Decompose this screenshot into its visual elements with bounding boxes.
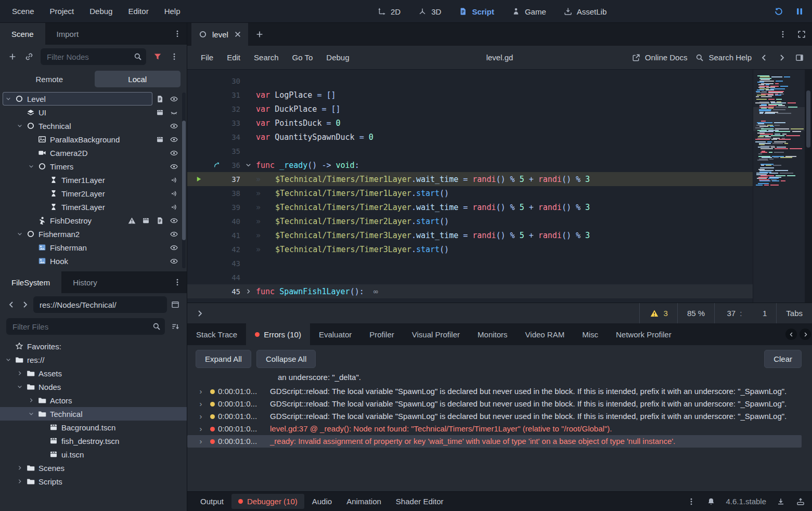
scene-toolbar-menu-icon[interactable]: [169, 51, 179, 62]
scene-node-fisherman2[interactable]: Fisherman2: [0, 227, 187, 241]
error-row-3[interactable]: ›0:00:01:0...GDScript::reload: The local…: [187, 410, 802, 423]
sort-files-icon[interactable]: [170, 321, 181, 332]
eye-icon[interactable]: [169, 162, 178, 171]
expand-row-arrow[interactable]: ›: [196, 398, 206, 410]
tree-collapse-arrow[interactable]: [3, 96, 14, 102]
tree-collapse-arrow[interactable]: [15, 123, 25, 129]
bottom-panel-animation[interactable]: Animation: [340, 494, 388, 509]
debugger-tab-network-profiler[interactable]: Network Profiler: [607, 323, 680, 345]
group-icon[interactable]: [155, 108, 164, 117]
nav-back-icon[interactable]: [6, 299, 17, 310]
tree-collapse-arrow[interactable]: [26, 411, 36, 417]
zoom-indicator[interactable]: 85 %: [677, 303, 714, 323]
fs-item-scripts[interactable]: Scripts: [0, 475, 187, 488]
bottom-panel-shader-editor[interactable]: Shader Editor: [389, 494, 450, 509]
signal-icon[interactable]: [169, 175, 178, 185]
signal-icon[interactable]: [169, 202, 178, 212]
code-line-36[interactable]: 36func _ready() -> void:: [187, 158, 753, 172]
scrollbar-thumb[interactable]: [182, 121, 186, 240]
filesystem-tab-history[interactable]: History: [61, 271, 109, 293]
warning-icon[interactable]: [127, 216, 136, 225]
scene-node-timer2layer[interactable]: Timer2Layer: [0, 187, 187, 200]
bottom-panel-menu-icon[interactable]: [686, 496, 697, 507]
scene-node-hook[interactable]: Hook: [0, 254, 187, 268]
debugger-tab-profiler[interactable]: Profiler: [360, 323, 403, 345]
clear-button[interactable]: Clear: [764, 350, 802, 368]
script-tab-level[interactable]: level: [191, 23, 248, 46]
tree-expand-arrow[interactable]: [15, 370, 25, 376]
scene-node-camera2d[interactable]: Camera2D: [0, 146, 187, 160]
instance-scene-icon[interactable]: [24, 51, 34, 62]
scene-tree-scrollbar[interactable]: [182, 93, 186, 268]
fs-item-res[interactable]: res://: [0, 353, 187, 366]
menu-scene[interactable]: Scene: [5, 5, 41, 18]
scene-tab-import[interactable]: Import: [45, 23, 91, 45]
eye-icon[interactable]: [169, 256, 178, 266]
error-row-4[interactable]: ›0:00:01:0...level.gd:37 @ _ready(): Nod…: [187, 423, 802, 435]
script-menu-debug[interactable]: Debug: [320, 51, 355, 64]
scene-tab-scene[interactable]: Scene: [0, 23, 45, 45]
current-path-input[interactable]: [33, 300, 167, 309]
fs-item-favorites[interactable]: Favorites:: [0, 339, 187, 353]
debugger-tab-visual-profiler[interactable]: Visual Profiler: [403, 323, 469, 345]
eye-icon[interactable]: [169, 148, 178, 158]
fs-item-nodes[interactable]: Nodes: [0, 380, 187, 394]
script-menu-search[interactable]: Search: [248, 51, 285, 64]
debugger-tab-errors-10[interactable]: Errors (10): [246, 323, 310, 345]
fs-item-technical[interactable]: Technical: [0, 407, 187, 421]
expand-row-arrow[interactable]: ›: [196, 386, 206, 397]
bottom-panel-audio[interactable]: Audio: [305, 494, 339, 509]
scrollbar-thumb[interactable]: [806, 90, 810, 148]
history-icon[interactable]: [774, 6, 784, 17]
code-line-32[interactable]: 32var DuckPlace = []: [187, 102, 753, 116]
code-line-34[interactable]: 34var QuantitySpawnDuck = 0: [187, 130, 753, 144]
indent-type[interactable]: Tabs: [776, 303, 812, 323]
expand-all-button[interactable]: Expand All: [196, 350, 251, 368]
code-line-37[interactable]: 37»$Technical/Timers/Timer1Layer.wait_ti…: [187, 172, 753, 186]
mode-assetlib[interactable]: AssetLib: [557, 4, 613, 19]
scene-node-timer3layer[interactable]: Timer3Layer: [0, 200, 187, 214]
add-node-icon[interactable]: [7, 51, 18, 62]
scene-node-timers[interactable]: Timers: [0, 160, 187, 173]
debugger-tab-video-ram[interactable]: Video RAM: [517, 323, 574, 345]
scene-node-parallaxbackground[interactable]: ParallaxBackground: [0, 133, 187, 146]
script-list-menu-icon[interactable]: [778, 29, 788, 40]
online-docs-button[interactable]: Online Docs: [631, 53, 688, 63]
scene-node-level[interactable]: Level: [0, 92, 187, 106]
debugger-tab-misc[interactable]: Misc: [573, 323, 607, 345]
pause-icon[interactable]: [794, 6, 805, 17]
history-forward-icon[interactable]: [777, 53, 787, 63]
dots-vertical-icon[interactable]: [172, 29, 183, 39]
menu-project[interactable]: Project: [43, 5, 81, 18]
code-line-39[interactable]: 39»$Technical/Timers/Timer2Layer.wait_ti…: [187, 200, 753, 214]
fs-item-bacground-tscn[interactable]: Bacground.tscn: [0, 421, 187, 434]
error-row-2[interactable]: ›0:00:01:0...GDScript::reload: The local…: [187, 398, 802, 410]
fs-item-actors[interactable]: Actors: [0, 394, 187, 407]
eye-icon[interactable]: [169, 135, 178, 144]
tree-collapse-arrow[interactable]: [15, 231, 25, 237]
tabs-scroll-left-icon[interactable]: [785, 329, 797, 340]
fold-gutter[interactable]: [240, 160, 256, 171]
filter-files-input[interactable]: [6, 322, 165, 331]
search-help-button[interactable]: Search Help: [694, 53, 752, 63]
dots-vertical-icon[interactable]: [172, 277, 183, 287]
fs-item-assets[interactable]: Assets: [0, 366, 187, 380]
eye-icon[interactable]: [169, 121, 178, 130]
breakpoint-gutter[interactable]: [187, 174, 210, 185]
expand-bottom-panel-icon[interactable]: [795, 496, 806, 507]
error-row-1[interactable]: ›0:00:01:0...GDScript::reload: The local…: [187, 385, 802, 398]
mode-3d[interactable]: 3D: [411, 4, 447, 19]
code-line-43[interactable]: 43: [187, 256, 753, 270]
fs-item-ui-tscn[interactable]: ui.tscn: [0, 448, 187, 461]
code-line-45[interactable]: 45func SpawnFish1Layer(): ∞: [187, 284, 753, 298]
error-row-5[interactable]: ›0:00:01:0..._ready: Invalid assignment …: [187, 435, 802, 448]
warnings-indicator[interactable]: 3: [639, 303, 677, 323]
scene-node-fishdestroy[interactable]: FishDestroy: [0, 214, 187, 227]
expand-row-arrow[interactable]: ›: [196, 436, 206, 447]
code-line-33[interactable]: 33var PointsDuck = 0: [187, 116, 753, 130]
code-line-38[interactable]: 38»$Technical/Timers/Timer1Layer.start(): [187, 186, 753, 200]
code-line-42[interactable]: 42»$Technical/Timers/Timer3Layer.start(): [187, 242, 753, 256]
code-line-41[interactable]: 41»$Technical/Timers/Timer3Layer.wait_ti…: [187, 228, 753, 242]
eye-icon[interactable]: [169, 216, 178, 225]
mode-script[interactable]: Script: [452, 4, 500, 19]
